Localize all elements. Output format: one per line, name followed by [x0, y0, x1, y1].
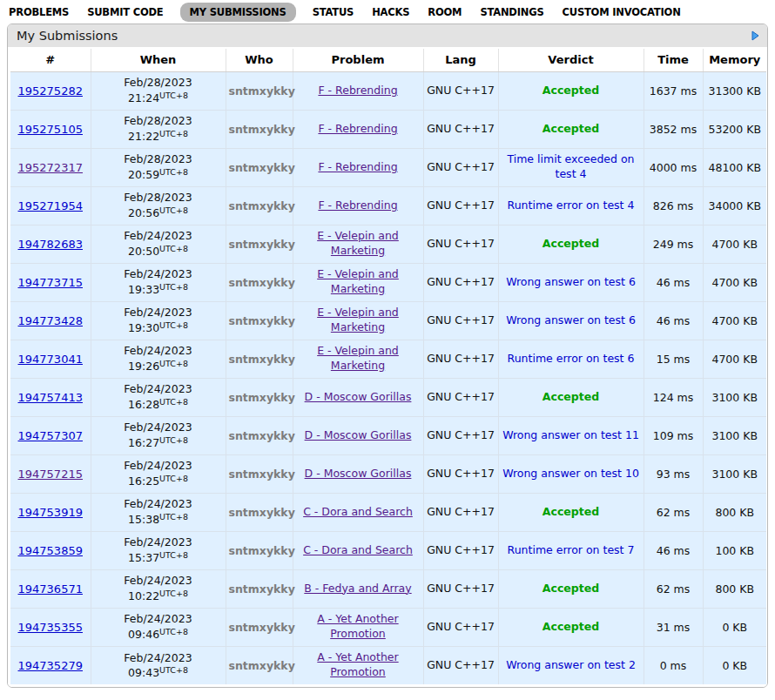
submission-clock: 21:22	[128, 130, 159, 143]
cell-lang: GNU C++17	[423, 493, 498, 531]
cell-memory: 34000 KB	[703, 186, 766, 225]
cell-when: Feb/24/2023 15:38UTC+8	[91, 493, 226, 531]
submission-id-link[interactable]: 194753859	[18, 544, 83, 557]
problem-link[interactable]: A - Yet Another Promotion	[317, 612, 398, 640]
nav-item-submit-code[interactable]: SUBMIT CODE	[85, 3, 165, 22]
cell-time: 93 ms	[644, 454, 703, 493]
cell-memory: 4700 KB	[703, 301, 766, 340]
submission-id-link[interactable]: 194757215	[18, 468, 83, 481]
problem-link[interactable]: F - Rebrending	[318, 122, 397, 135]
submission-id-link[interactable]: 194757307	[18, 429, 83, 442]
problem-link[interactable]: E - Velepin and Marketing	[317, 306, 399, 333]
cell-who: sntmxykky	[226, 301, 293, 340]
cell-time: 62 ms	[644, 493, 703, 531]
cell-lang: GNU C++17	[423, 71, 498, 110]
submission-id-link[interactable]: 194735279	[18, 659, 83, 672]
cell-time: 826 ms	[644, 186, 703, 225]
submission-id-link[interactable]: 195271954	[18, 199, 83, 212]
problem-link[interactable]: D - Moscow Gorillas	[305, 428, 412, 441]
play-triangle-icon[interactable]	[750, 30, 760, 41]
cell-verdict: Accepted	[498, 110, 644, 148]
cell-memory: 0 KB	[703, 608, 766, 646]
problem-link[interactable]: D - Moscow Gorillas	[305, 467, 412, 480]
cell-when: Feb/24/2023 16:25UTC+8	[91, 454, 226, 493]
submissions-panel: My Submissions #WhenWhoProblemLangVerdic…	[7, 24, 768, 688]
submission-clock: 15:38	[128, 513, 159, 526]
cell-when: Feb/24/2023 16:27UTC+8	[91, 416, 226, 454]
verdict-text: Accepted	[542, 237, 599, 250]
nav-item-standings[interactable]: STANDINGS	[478, 3, 545, 22]
cell-verdict: Wrong answer on test 6	[498, 263, 644, 301]
submission-id-link[interactable]: 194773715	[18, 276, 83, 289]
problem-link[interactable]: B - Fedya and Array	[304, 582, 411, 595]
submission-id-link[interactable]: 194736571	[18, 582, 83, 596]
submission-date: Feb/24/2023	[94, 421, 223, 434]
cell-problem: F - Rebrending	[293, 148, 423, 186]
submission-timezone: UTC+8	[159, 244, 188, 253]
cell-lang: GNU C++17	[423, 225, 498, 263]
submission-id-link[interactable]: 195272317	[18, 161, 83, 174]
verdict-text: Wrong answer on test 10	[502, 467, 639, 480]
submission-id-link[interactable]: 194735355	[18, 621, 83, 634]
submissions-table-wrap: #WhenWhoProblemLangVerdictTimeMemory 195…	[8, 47, 767, 687]
cell-id: 194753919	[10, 493, 91, 531]
submission-author: sntmxykky	[229, 353, 295, 366]
nav-item-hacks[interactable]: HACKS	[370, 3, 411, 22]
cell-id: 194735355	[10, 608, 91, 646]
submission-timezone: UTC+8	[159, 512, 188, 522]
problem-link[interactable]: F - Rebrending	[318, 160, 397, 173]
submissions-table: #WhenWhoProblemLangVerdictTimeMemory 195…	[10, 49, 766, 684]
problem-link[interactable]: C - Dora and Search	[303, 543, 413, 556]
cell-time: 124 ms	[644, 378, 703, 416]
cell-id: 194757215	[10, 454, 91, 493]
verdict-text: Runtime error on test 6	[508, 352, 635, 365]
nav-item-status[interactable]: STATUS	[311, 3, 356, 22]
cell-when: Feb/24/2023 16:28UTC+8	[91, 378, 226, 416]
cell-id: 195272317	[10, 148, 91, 186]
problem-link[interactable]: E - Velepin and Marketing	[317, 267, 399, 295]
cell-verdict: Runtime error on test 7	[498, 531, 644, 569]
submission-clock: 20:59	[128, 168, 159, 181]
column-header-who: Who	[226, 49, 293, 71]
submission-id-link[interactable]: 195275282	[18, 84, 83, 98]
problem-link[interactable]: D - Moscow Gorillas	[305, 390, 412, 403]
problem-link[interactable]: E - Velepin and Marketing	[317, 229, 399, 257]
cell-who: sntmxykky	[226, 263, 293, 301]
column-header-problem: Problem	[293, 49, 423, 71]
column-header-id: #	[10, 49, 91, 71]
table-row: 194735279 Feb/24/2023 09:43UTC+8 sntmxyk…	[10, 646, 766, 684]
submission-id-link[interactable]: 195275105	[18, 123, 83, 136]
problem-link[interactable]: C - Dora and Search	[303, 505, 413, 518]
problem-link[interactable]: F - Rebrending	[318, 84, 397, 97]
nav-item-custom-invocation[interactable]: CUSTOM INVOCATION	[561, 3, 683, 22]
submission-date: Feb/24/2023	[94, 574, 223, 588]
submission-date: Feb/28/2023	[94, 76, 223, 90]
submission-clock: 21:24	[128, 91, 159, 104]
submission-clock: 15:37	[128, 551, 159, 564]
problem-link[interactable]: A - Yet Another Promotion	[317, 650, 398, 678]
submission-date: Feb/24/2023	[94, 459, 223, 473]
submission-timezone: UTC+8	[159, 359, 188, 368]
submission-timezone: UTC+8	[159, 205, 188, 215]
cell-verdict: Accepted	[498, 71, 644, 110]
submission-id-link[interactable]: 194753919	[18, 506, 83, 519]
submission-date: Feb/24/2023	[94, 267, 223, 281]
verdict-text: Runtime error on test 4	[508, 199, 635, 212]
cell-lang: GNU C++17	[423, 110, 498, 148]
submission-id-link[interactable]: 194773428	[18, 314, 83, 327]
submission-clock: 20:56	[128, 206, 159, 219]
table-row: 194773428 Feb/24/2023 19:30UTC+8 sntmxyk…	[10, 301, 766, 340]
cell-when: Feb/24/2023 10:22UTC+8	[91, 569, 226, 608]
nav-item-problems[interactable]: PROBLEMS	[7, 3, 71, 22]
cell-problem: E - Velepin and Marketing	[293, 225, 423, 263]
problem-link[interactable]: F - Rebrending	[318, 199, 397, 212]
submission-id-link[interactable]: 194773041	[18, 353, 83, 366]
nav-item-my-submissions[interactable]: MY SUBMISSIONS	[180, 3, 296, 22]
problem-link[interactable]: E - Velepin and Marketing	[317, 344, 399, 372]
nav-item-room[interactable]: ROOM	[426, 3, 463, 22]
submission-id-link[interactable]: 194757413	[18, 391, 83, 404]
submission-id-link[interactable]: 194782683	[18, 238, 83, 251]
cell-verdict: Accepted	[498, 608, 644, 646]
cell-verdict: Runtime error on test 4	[498, 186, 644, 225]
column-header-lang: Lang	[423, 49, 498, 71]
